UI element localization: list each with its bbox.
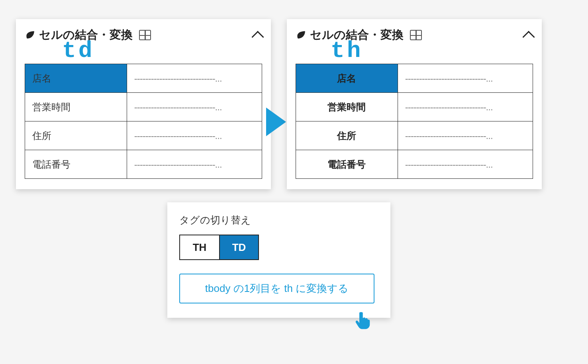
cell-value[interactable]: -----------------------------...: [127, 93, 262, 121]
table-row: 営業時間 -----------------------------...: [296, 93, 533, 121]
table-row: 店名 -----------------------------...: [25, 64, 262, 93]
cell-value[interactable]: -----------------------------...: [398, 93, 533, 121]
toggle-td-button[interactable]: TD: [219, 235, 258, 259]
table-row: 住所 -----------------------------...: [25, 121, 262, 150]
overlay-label-td: td: [62, 38, 95, 64]
sample-table-td: 店名 -----------------------------... 営業時間…: [25, 64, 262, 179]
table-row: 営業時間 -----------------------------...: [25, 93, 262, 121]
cell-label[interactable]: 店名: [296, 64, 398, 93]
cell-label[interactable]: 店名: [25, 64, 127, 93]
tag-toggle-group: TH TD: [179, 235, 259, 260]
cell-value[interactable]: -----------------------------...: [398, 64, 533, 93]
tag-toggle-panel: タグの切り替え TH TD tbody の1列目を th に変換する: [167, 202, 390, 318]
chevron-up-icon[interactable]: [251, 31, 264, 43]
cell-value[interactable]: -----------------------------...: [398, 121, 533, 150]
cell-value[interactable]: -----------------------------...: [398, 150, 533, 179]
convert-first-column-button[interactable]: tbody の1列目を th に変換する: [179, 274, 374, 303]
panel-header[interactable]: セルの結合・変換: [25, 27, 262, 43]
cell-label[interactable]: 営業時間: [296, 93, 398, 121]
cell-label[interactable]: 電話番号: [296, 150, 398, 179]
cell-label[interactable]: 住所: [25, 121, 127, 150]
panel-th: セルの結合・変換 店名 ----------------------------…: [287, 19, 542, 189]
cell-label[interactable]: 営業時間: [25, 93, 127, 121]
leaf-icon: [296, 30, 306, 40]
chevron-up-icon[interactable]: [522, 31, 535, 43]
toggle-th-button[interactable]: TH: [180, 235, 219, 259]
cell-value[interactable]: -----------------------------...: [127, 150, 262, 179]
leaf-icon: [25, 30, 35, 40]
sample-table-th: 店名 -----------------------------... 営業時間…: [296, 64, 533, 179]
table-row: 住所 -----------------------------...: [296, 121, 533, 150]
table-icon: [139, 30, 151, 40]
panel-td: セルの結合・変換 店名 ----------------------------…: [16, 19, 271, 189]
table-icon: [410, 30, 422, 40]
table-row: 店名 -----------------------------...: [296, 64, 533, 93]
overlay-label-th: th: [331, 38, 363, 64]
table-row: 電話番号 -----------------------------...: [296, 150, 533, 179]
cell-value[interactable]: -----------------------------...: [127, 121, 262, 150]
section-label: タグの切り替え: [179, 213, 378, 227]
pointer-cursor-icon: [355, 311, 372, 328]
cell-value[interactable]: -----------------------------...: [127, 64, 262, 93]
cell-label[interactable]: 電話番号: [25, 150, 127, 179]
cell-label[interactable]: 住所: [296, 121, 398, 150]
table-row: 電話番号 -----------------------------...: [25, 150, 262, 179]
arrow-right-icon: [266, 108, 286, 136]
